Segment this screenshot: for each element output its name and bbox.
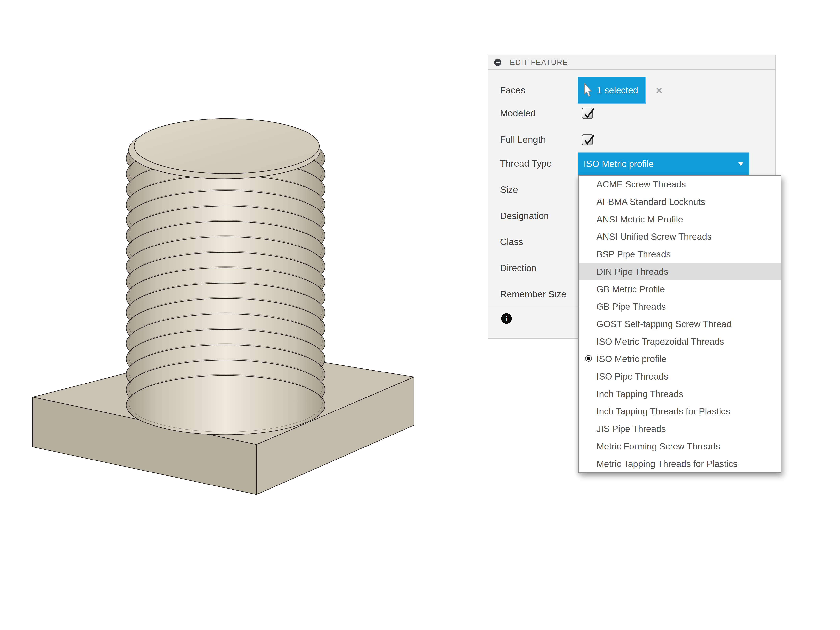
size-label: Size — [500, 184, 518, 196]
check-icon — [582, 132, 596, 146]
menu-item-label: DIN Pipe Threads — [597, 266, 668, 277]
menu-item-label: ANSI Unified Screw Threads — [597, 231, 712, 242]
designation-label: Designation — [500, 210, 549, 222]
cursor-arrow-icon — [583, 83, 592, 98]
collapse-minus-icon[interactable] — [494, 59, 501, 66]
menu-item-label: ACME Screw Threads — [597, 179, 686, 189]
info-icon[interactable]: i — [501, 313, 512, 324]
thread-type-select[interactable]: ISO Metric profile — [578, 152, 750, 175]
menu-item[interactable]: ANSI Metric M Profile — [579, 210, 781, 228]
modeled-label: Modeled — [500, 107, 535, 119]
check-icon — [582, 106, 596, 119]
menu-item-label: AFBMA Standard Locknuts — [597, 196, 705, 207]
menu-item[interactable]: GB Metric Profile — [579, 280, 781, 298]
radio-selected-icon — [585, 355, 592, 362]
menu-item[interactable]: ISO Metric Trapezoidal Threads — [579, 333, 781, 350]
modeled-checkbox[interactable] — [582, 108, 593, 119]
model-viewport[interactable] — [20, 106, 433, 510]
cylinder-top-cap — [134, 118, 319, 174]
full-length-checkbox[interactable] — [582, 134, 593, 145]
class-label: Class — [500, 236, 523, 248]
faces-selected-count: 1 selected — [597, 85, 638, 95]
chevron-down-icon — [738, 162, 743, 166]
menu-item[interactable]: Inch Tapping Threads — [579, 385, 781, 403]
thread-type-label: Thread Type — [500, 158, 552, 169]
faces-selection-button[interactable]: 1 selected — [578, 77, 646, 104]
menu-item-label: GB Pipe Threads — [597, 301, 666, 312]
threaded-stud-model — [20, 106, 433, 510]
clear-selection-icon[interactable]: ✕ — [653, 85, 665, 96]
menu-item-label: Metric Tapping Threads for Plastics — [597, 458, 737, 469]
menu-item-label: ANSI Metric M Profile — [597, 214, 683, 225]
menu-item-label: GB Metric Profile — [597, 284, 665, 295]
menu-item[interactable]: Metric Forming Screw Threads — [579, 437, 781, 455]
menu-item[interactable]: BSP Pipe Threads — [579, 245, 781, 263]
direction-label: Direction — [500, 262, 537, 274]
menu-item-label: GOST Self-tapping Screw Thread — [597, 319, 731, 329]
menu-item-label: Inch Tapping Threads — [597, 388, 683, 399]
remember-size-label: Remember Size — [500, 288, 566, 300]
menu-item[interactable]: ISO Pipe Threads — [579, 368, 781, 385]
dialog-header: EDIT FEATURE — [488, 55, 775, 70]
thread-type-value: ISO Metric profile — [584, 158, 654, 169]
menu-item-label: JIS Pipe Threads — [597, 423, 666, 434]
menu-item[interactable]: Inch Tapping Threads for Plastics — [579, 403, 781, 420]
menu-item-label: Metric Forming Screw Threads — [597, 441, 720, 452]
menu-item[interactable]: ACME Screw Threads — [579, 175, 781, 193]
menu-item[interactable]: GB Pipe Threads — [579, 298, 781, 316]
menu-item[interactable]: JIS Pipe Threads — [579, 420, 781, 437]
menu-item-label: BSP Pipe Threads — [597, 249, 671, 259]
menu-item[interactable]: Metric Tapping Threads for Plastics — [579, 455, 781, 472]
faces-label: Faces — [500, 84, 525, 96]
menu-item[interactable]: GOST Self-tapping Screw Thread — [579, 316, 781, 333]
menu-item[interactable]: ISO Metric profile — [579, 350, 781, 368]
thread-type-menu: ACME Screw ThreadsAFBMA Standard Locknut… — [578, 175, 781, 473]
dialog-title: EDIT FEATURE — [510, 58, 568, 67]
menu-item[interactable]: AFBMA Standard Locknuts — [579, 193, 781, 211]
menu-item[interactable]: DIN Pipe Threads — [579, 263, 781, 281]
menu-item-label: Inch Tapping Threads for Plastics — [597, 406, 730, 417]
menu-item-label: ISO Metric profile — [597, 354, 666, 364]
menu-item-label: ISO Metric Trapezoidal Threads — [597, 336, 724, 347]
menu-item-label: ISO Pipe Threads — [597, 371, 668, 382]
menu-item[interactable]: ANSI Unified Screw Threads — [579, 228, 781, 245]
full-length-label: Full Length — [500, 134, 546, 145]
